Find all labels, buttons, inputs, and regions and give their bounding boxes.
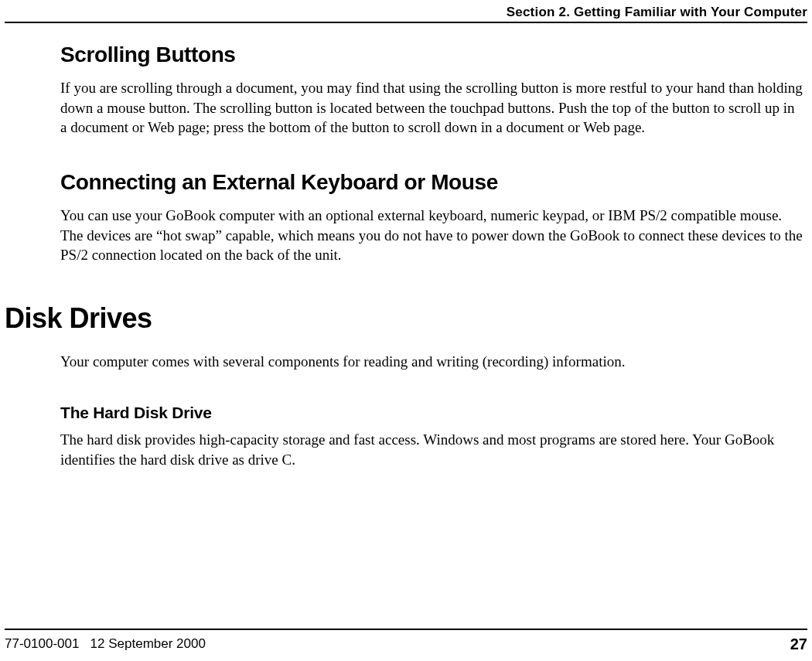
paragraph-external-keyboard: You can use your GoBook computer with an… <box>60 206 804 265</box>
page-content: Scrolling Buttons If you are scrolling t… <box>60 35 804 503</box>
heading-disk-drives: Disk Drives <box>5 302 804 335</box>
paragraph-hard-disk-drive: The hard disk provides high-capacity sto… <box>60 430 804 469</box>
heading-scrolling-buttons: Scrolling Buttons <box>60 43 804 67</box>
footer-date: 12 September 2000 <box>90 636 206 651</box>
heading-hard-disk-drive: The Hard Disk Drive <box>60 404 804 422</box>
paragraph-disk-drives-intro: Your computer comes with several compone… <box>60 352 804 372</box>
footer-page-number: 27 <box>790 635 807 653</box>
footer-divider <box>5 629 807 630</box>
paragraph-scrolling-buttons: If you are scrolling through a document,… <box>60 78 804 138</box>
footer-doc-id: 77-0100-001 <box>5 636 79 651</box>
header-divider <box>5 22 807 23</box>
heading-external-keyboard: Connecting an External Keyboard or Mouse <box>60 170 804 195</box>
footer-doc-info: 77-0100-001 12 September 2000 <box>5 636 206 652</box>
header-section-title: Section 2. Getting Familiar with Your Co… <box>507 5 807 20</box>
